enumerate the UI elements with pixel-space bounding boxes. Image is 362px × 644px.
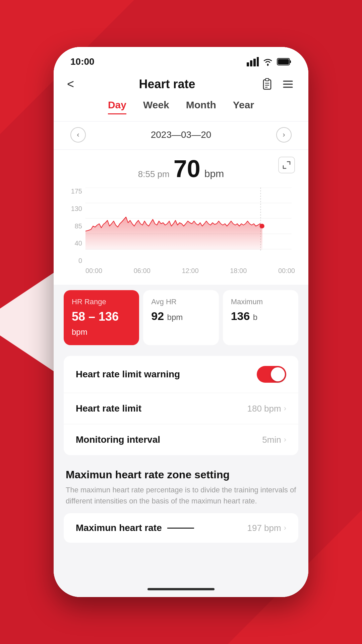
settings-row-limit[interactable]: Heart rate limit 180 bpm ›	[64, 393, 298, 424]
max-hr-card[interactable]: Maximun heart rate 197 bpm ›	[64, 513, 298, 543]
phone-frame: 10:00	[54, 47, 308, 597]
stat-max-hr: Maximum 136 b	[223, 290, 298, 345]
chart-header: 8:55 pm 70 bpm	[67, 157, 295, 181]
header: < Heart rate	[54, 70, 308, 99]
list-button[interactable]	[281, 77, 295, 91]
tab-day[interactable]: Day	[108, 99, 126, 114]
max-hr-row-label: Maximun heart rate	[76, 523, 194, 533]
svg-rect-7	[278, 59, 289, 64]
settings-row-interval[interactable]: Monitoring interval 5min ›	[64, 424, 298, 455]
chevron-right-icon-2: ›	[284, 435, 286, 444]
chart-y-labels: 175 130 85 40 0	[67, 187, 82, 275]
max-hr-zone-title: Maximun heart rate zone setting	[66, 469, 296, 481]
chart-svg-area	[85, 187, 295, 265]
date-prev-button[interactable]: ‹	[70, 127, 86, 143]
expand-icon	[282, 160, 291, 170]
svg-rect-9	[265, 78, 269, 81]
chart-section: 8:55 pm 70 bpm 175 130 85 40 0	[54, 150, 308, 285]
settings-section: Heart rate limit warning Heart rate limi…	[64, 356, 298, 455]
notch	[147, 47, 215, 59]
svg-rect-8	[263, 80, 271, 89]
stat-max-value: 136 b	[231, 310, 290, 323]
max-hr-zone-header: Maximun heart rate zone setting The maxi…	[54, 461, 308, 509]
chevron-right-icon-3: ›	[284, 524, 286, 532]
stat-hr-range: HR Range 58 – 136 bpm	[64, 290, 139, 345]
screen: 10:00	[54, 47, 308, 597]
svg-rect-0	[247, 62, 249, 66]
stat-avg-label: Avg HR	[151, 298, 210, 306]
expand-button[interactable]	[278, 157, 295, 173]
wifi-icon	[262, 57, 274, 66]
stat-max-label: Maximum	[231, 298, 290, 306]
svg-rect-2	[253, 59, 256, 66]
tabs: Day Week Month Year	[54, 99, 308, 121]
settings-row-warning: Heart rate limit warning	[64, 356, 298, 393]
signal-icon	[247, 57, 259, 66]
settings-interval-label: Monitoring interval	[76, 434, 160, 445]
max-hr-row-value: 197 bpm ›	[247, 523, 286, 533]
chevron-right-icon: ›	[284, 404, 286, 413]
svg-rect-1	[250, 60, 252, 66]
heart-rate-chart	[85, 187, 295, 265]
svg-point-4	[267, 64, 269, 66]
settings-warning-label: Heart rate limit warning	[76, 369, 180, 380]
chart-unit: bpm	[204, 168, 224, 179]
toggle-thumb	[271, 367, 285, 381]
settings-limit-label: Heart rate limit	[76, 403, 141, 414]
stat-avg-hr: Avg HR 92 bpm	[143, 290, 219, 345]
settings-interval-value: 5min ›	[262, 435, 286, 445]
date-next-button[interactable]: ›	[276, 127, 292, 143]
home-indicator	[147, 588, 215, 590]
stats-row: HR Range 58 – 136 bpm Avg HR 92 bpm Maxi…	[54, 285, 308, 351]
clipboard-button[interactable]	[260, 77, 274, 91]
list-icon	[282, 78, 294, 91]
heart-rate-warning-toggle[interactable]	[257, 366, 286, 383]
chart-current-time: 8:55 pm	[138, 169, 170, 179]
tab-year[interactable]: Year	[233, 99, 254, 114]
hr-line-decoration	[167, 528, 194, 529]
stat-hr-range-label: HR Range	[72, 298, 131, 306]
back-button[interactable]: <	[67, 77, 74, 91]
chart-container: 175 130 85 40 0	[67, 187, 295, 275]
chart-x-labels: 00:00 06:00 12:00 18:00 00:00	[85, 267, 295, 275]
date-display: 2023—03—20	[151, 129, 212, 140]
tab-week[interactable]: Week	[143, 99, 169, 114]
header-icons	[260, 77, 295, 91]
stat-avg-value: 92 bpm	[151, 310, 210, 323]
svg-rect-6	[290, 60, 291, 63]
battery-icon	[277, 58, 292, 66]
chart-current-value: 70	[174, 157, 200, 181]
stat-hr-range-value: 58 – 136 bpm	[72, 310, 131, 338]
svg-rect-3	[257, 57, 259, 66]
status-icons	[247, 57, 292, 66]
settings-limit-value: 180 bpm ›	[247, 404, 286, 414]
tab-month[interactable]: Month	[186, 99, 216, 114]
clipboard-icon	[261, 78, 274, 91]
svg-point-22	[259, 224, 264, 228]
max-hr-zone-desc: The maximun heart rate percentage is to …	[66, 484, 296, 506]
page-title: Heart rate	[139, 77, 195, 91]
date-nav: ‹ 2023—03—20 ›	[54, 122, 308, 149]
status-time: 10:00	[70, 56, 95, 67]
